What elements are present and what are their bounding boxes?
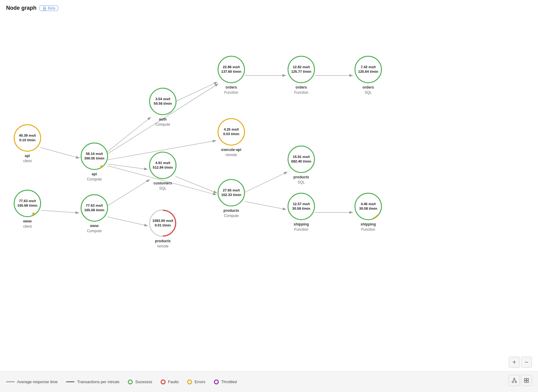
node-circle[interactable]: 12.57 ms/t 30.58 t/min — [288, 193, 315, 220]
node-ms: 77.63 ms/t — [86, 203, 103, 208]
node-api-client[interactable]: 40.39 ms/t 0.10 t/min api client — [14, 124, 41, 164]
node-ms: 12.82 ms/t — [293, 65, 310, 69]
zoom-out-button[interactable]: − — [521, 357, 532, 368]
graph-tools — [509, 375, 532, 386]
node-label: api Compute — [87, 172, 102, 182]
node-label: orders Function — [294, 85, 308, 95]
legend-avg-response: Average response time — [6, 380, 58, 384]
node-circle[interactable]: 15.91 ms/t 682.40 t/min — [288, 145, 315, 173]
grid-icon — [524, 378, 529, 383]
node-customers-sql[interactable]: 4.91 ms/t 512.84 t/min customers SQL — [149, 152, 176, 191]
legend-tpm-label: Transactions per minute — [77, 380, 119, 384]
legend-throttled-label: Throttled — [221, 380, 237, 384]
node-circle[interactable]: 1092.00 ms/t 0.01 t/min — [149, 209, 176, 237]
node-orders-fn2[interactable]: 12.82 ms/t 125.77 t/min orders Function — [288, 56, 315, 95]
node-ms: 40.39 ms/t — [19, 133, 36, 138]
node-circle[interactable]: 3.54 ms/t 50.56 t/min — [149, 88, 176, 115]
node-orders-sql[interactable]: 7.42 ms/t 125.64 t/min orders SQL — [355, 56, 382, 95]
node-label: api client — [23, 153, 32, 164]
beta-label: Beta — [48, 6, 55, 10]
node-www-client[interactable]: 77.63 ms/t 165.68 t/min www client — [14, 190, 41, 229]
edge-api-compute-auth-compute — [105, 117, 151, 154]
node-tpm: 165.68 t/min — [17, 203, 37, 208]
legend-dot-success — [128, 380, 133, 384]
node-www-compute[interactable]: 77.63 ms/t 165.68 t/min www Compute — [81, 194, 108, 234]
graph-svg — [0, 16, 538, 372]
node-circle[interactable]: 77.63 ms/t 165.68 t/min — [81, 194, 108, 222]
node-label: auth Compute — [155, 117, 170, 127]
node-circle[interactable]: 56.14 ms/t 300.05 t/min — [81, 142, 108, 170]
legend-faults-label: Faults — [168, 380, 179, 384]
node-tpm: 300.05 t/min — [84, 156, 104, 161]
node-tpm: 0.01 t/min — [155, 223, 171, 228]
page-title: Node graph — [6, 5, 37, 11]
legend: Average response time Transactions per m… — [0, 371, 538, 392]
header: Node graph Beta — [0, 0, 538, 16]
node-products-sql[interactable]: 15.91 ms/t 682.40 t/min products SQL — [288, 145, 315, 185]
node-tpm: 682.40 t/min — [291, 159, 311, 164]
node-label: products SQL — [293, 175, 309, 185]
node-label: products Compute — [223, 208, 239, 219]
node-ms: 12.57 ms/t — [293, 202, 310, 206]
node-label: orders Function — [224, 85, 238, 95]
node-tpm: 137.60 t/min — [221, 69, 241, 74]
node-ms: 15.91 ms/t — [293, 155, 310, 159]
graph-area: 40.39 ms/t 0.10 t/min api client 77.63 m… — [0, 16, 538, 372]
node-ms: 1092.00 ms/t — [152, 219, 173, 223]
node-circle[interactable]: 7.42 ms/t 125.64 t/min — [355, 56, 382, 83]
node-ms: 4.25 ms/t — [224, 127, 239, 132]
node-tpm: 162.33 t/min — [221, 193, 241, 197]
edge-api-compute-customers-sql — [108, 164, 148, 169]
error-dot — [32, 212, 35, 215]
node-circle[interactable]: 27.65 ms/t 162.33 t/min — [218, 179, 245, 206]
node-tpm: 0.10 t/min — [19, 138, 35, 142]
node-label: shipping Function — [361, 222, 376, 232]
edge-customers-sql-products-compute — [176, 177, 217, 193]
zoom-in-button[interactable]: + — [509, 357, 520, 368]
svg-rect-11 — [527, 381, 529, 383]
node-tpm: 30.58 t/min — [359, 206, 377, 211]
svg-rect-9 — [527, 378, 529, 380]
node-api-compute[interactable]: 56.14 ms/t 300.05 t/min api Compute — [81, 142, 108, 182]
beta-icon — [42, 6, 47, 10]
legend-throttled: Throttled — [214, 380, 237, 384]
node-tpm: 30.58 t/min — [292, 206, 310, 211]
node-ms: 4.46 ms/t — [361, 202, 376, 206]
node-circle[interactable]: 4.25 ms/t 0.03 t/min — [218, 118, 245, 145]
node-execute-api-remote[interactable]: 4.25 ms/t 0.03 t/min execute-api remote — [218, 118, 245, 158]
legend-errors: Errors — [187, 380, 205, 384]
node-circle[interactable]: 4.91 ms/t 512.84 t/min — [149, 152, 176, 179]
node-circle[interactable]: 77.63 ms/t 165.68 t/min — [14, 190, 41, 217]
edge-products-compute-products-sql — [244, 172, 288, 193]
node-tpm: 0.03 t/min — [223, 132, 239, 136]
node-ms: 56.14 ms/t — [86, 152, 103, 156]
node-tpm: 125.64 t/min — [358, 69, 378, 74]
node-ms: 7.42 ms/t — [361, 65, 376, 69]
node-shipping-fn2[interactable]: 4.46 ms/t 30.58 t/min shipping Function — [355, 193, 382, 232]
legend-dot-errors — [187, 380, 192, 384]
node-auth-compute[interactable]: 3.54 ms/t 50.56 t/min auth Compute — [149, 88, 176, 127]
node-orders-fn1[interactable]: 22.86 ms/t 137.60 t/min orders Function — [218, 56, 245, 95]
node-circle[interactable]: 40.39 ms/t 0.10 t/min — [14, 124, 41, 152]
node-products-compute[interactable]: 27.65 ms/t 162.33 t/min products Compute — [218, 179, 245, 219]
edge-www-compute-customers-sql — [106, 179, 150, 207]
dag-layout-button[interactable] — [509, 375, 520, 386]
legend-success: Sucessss — [128, 380, 152, 384]
legend-dot-throttled — [214, 380, 219, 384]
edge-www-client-www-compute — [41, 210, 79, 213]
node-shipping-fn[interactable]: 12.57 ms/t 30.58 t/min shipping Function — [288, 193, 315, 232]
edge-api-client-api-compute — [40, 148, 79, 158]
node-label: www client — [23, 219, 32, 229]
legend-tpm: Transactions per minute — [66, 380, 119, 384]
edge-auth-compute-orders-fn1 — [175, 82, 218, 102]
legend-success-label: Sucessss — [135, 380, 152, 384]
node-label: products remote — [155, 239, 170, 249]
node-circle[interactable]: 22.86 ms/t 137.60 t/min — [218, 56, 245, 83]
node-ms: 77.63 ms/t — [19, 199, 36, 203]
node-label: www Compute — [87, 223, 102, 234]
node-circle[interactable]: 12.82 ms/t 125.77 t/min — [288, 56, 315, 83]
grid-layout-button[interactable] — [521, 375, 532, 386]
node-products-remote[interactable]: 1092.00 ms/t 0.01 t/min products remote — [149, 209, 176, 249]
legend-line-tpm — [66, 381, 75, 382]
node-circle[interactable]: 4.46 ms/t 30.58 t/min — [355, 193, 382, 220]
